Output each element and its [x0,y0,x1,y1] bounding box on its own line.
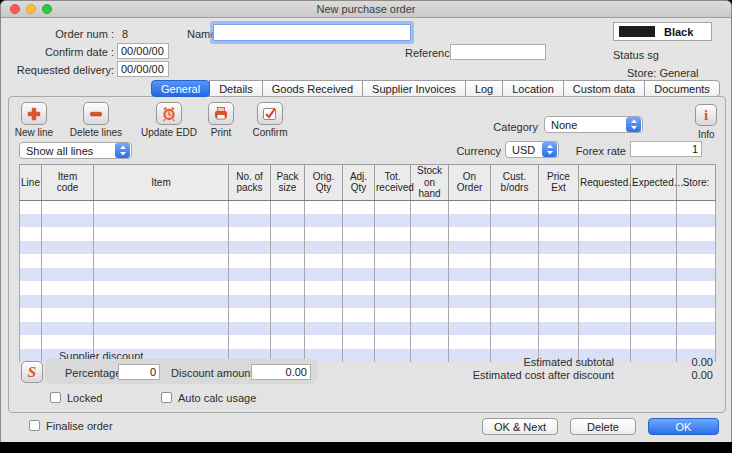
table-cell [343,227,375,241]
table-row[interactable] [20,254,716,268]
table-cell [343,254,375,268]
ok-button[interactable]: OK [648,418,719,435]
table-cell [271,214,305,228]
minimize-window-button[interactable] [26,4,36,14]
tab-custom-data[interactable]: Custom data [563,80,645,97]
column-header[interactable]: Orig. Qty [305,165,343,201]
table-cell [305,295,343,309]
confirm-button[interactable]: Confirm [240,102,300,138]
table-cell [677,241,716,255]
tab-log[interactable]: Log [465,80,503,97]
table-row[interactable] [20,200,716,214]
column-header[interactable]: On Order [449,165,491,201]
estimated-subtotal-label: Estimated subtotal [414,356,614,368]
new-line-button[interactable]: New line [4,102,64,138]
table-row[interactable] [20,214,716,228]
table-cell [229,308,271,322]
column-header[interactable]: Item code [42,165,94,201]
title-bar[interactable]: New purchase order [1,1,731,18]
table-cell [449,335,491,349]
table-row[interactable] [20,322,716,336]
currency-dropdown[interactable]: USD [505,141,559,158]
show-lines-dropdown[interactable]: Show all lines [19,142,132,159]
table-cell [20,214,42,228]
table-row[interactable] [20,281,716,295]
table-cell [449,268,491,282]
table-cell [20,227,42,241]
percentage-input[interactable] [118,364,160,380]
order-color-picker[interactable]: Black [613,22,712,41]
column-header[interactable]: Line [20,165,42,201]
table-cell [491,214,539,228]
table-cell [271,227,305,241]
table-cell [305,214,343,228]
column-header[interactable]: Tot. received [375,165,411,201]
column-header[interactable]: Requested… [579,165,631,201]
delete-lines-button[interactable]: Delete lines [66,102,126,138]
table-cell [271,335,305,349]
tab-details[interactable]: Details [209,80,263,97]
order-lines-table: LineItem codeItemNo. of packsPack sizeOr… [19,164,715,354]
recalculate-discount-button[interactable]: S [21,361,43,383]
table-cell [411,268,449,282]
store-label: Store: [627,67,656,79]
reference-input[interactable] [450,44,546,60]
table-row[interactable] [20,241,716,255]
table-cell [271,281,305,295]
alarm-clock-icon [156,102,182,125]
ok-next-button[interactable]: OK & Next [482,418,558,435]
table-row[interactable] [20,308,716,322]
delete-button[interactable]: Delete [570,418,636,435]
column-header[interactable]: No. of packs [229,165,271,201]
auto-calc-usage-checkbox[interactable] [161,392,172,403]
confirm-date-label: Confirm date : [9,46,114,58]
column-header[interactable]: Stock on hand [411,165,449,201]
table-cell [305,281,343,295]
table-cell [411,214,449,228]
column-header[interactable]: Expected… [631,165,677,201]
finalise-order-checkbox[interactable] [29,420,40,431]
column-header[interactable]: Price Ext [539,165,579,201]
table-cell [42,281,94,295]
status-value: sg [647,49,659,61]
table-cell [449,254,491,268]
table-cell [94,322,229,336]
discount-amount-input[interactable] [251,364,311,380]
tab-goods-received[interactable]: Goods Received [262,80,363,97]
order-num-value: 8 [122,28,128,40]
show-lines-value: Show all lines [26,145,93,157]
table-cell [539,254,579,268]
forex-rate-input[interactable] [630,141,702,157]
tab-general[interactable]: General [151,80,210,97]
traffic-lights [10,4,52,14]
confirm-date-input[interactable] [117,43,169,59]
table-cell [20,335,42,349]
table-row[interactable] [20,295,716,309]
tab-location[interactable]: Location [502,80,564,97]
column-header[interactable]: Pack size [271,165,305,201]
requested-delivery-input[interactable] [117,61,169,77]
table-cell [631,295,677,309]
new-purchase-order-window: New purchase order Order num : 8 Name Co… [0,0,732,442]
printer-icon [208,102,234,125]
name-input[interactable] [213,24,411,41]
zoom-window-button[interactable] [42,4,52,14]
table-cell [94,295,229,309]
table-row[interactable] [20,268,716,282]
table-row[interactable] [20,227,716,241]
table-row[interactable] [20,335,716,349]
table-cell [491,254,539,268]
category-dropdown[interactable]: None [544,116,643,133]
column-header[interactable]: Store: [677,165,716,201]
tab-supplier-invoices[interactable]: Supplier Invoices [362,80,466,97]
column-header[interactable]: Adj. Qty [343,165,375,201]
color-chip [619,26,655,37]
tab-documents[interactable]: Documents [644,80,720,97]
table-cell [375,281,411,295]
column-header[interactable]: Item [94,165,229,201]
column-header[interactable]: Cust. b/odrs [491,165,539,201]
info-button[interactable]: i [695,104,717,126]
locked-checkbox[interactable] [50,392,61,403]
close-window-button[interactable] [10,4,20,14]
update-edd-button[interactable]: Update EDD [139,102,199,138]
